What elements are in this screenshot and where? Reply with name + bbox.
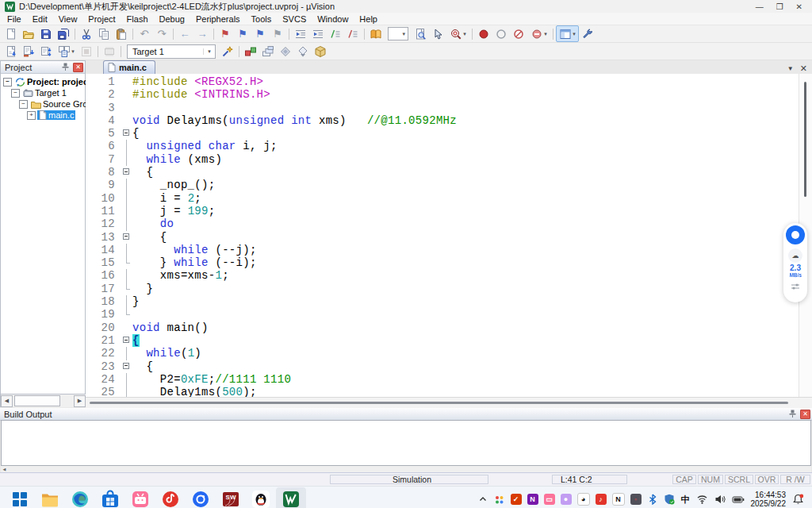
copy-button[interactable] bbox=[95, 25, 113, 42]
notification-bell-icon[interactable] bbox=[792, 494, 804, 506]
fold-collapse-icon[interactable] bbox=[122, 166, 132, 179]
close-icon[interactable]: ✕ bbox=[796, 2, 802, 11]
battery-icon[interactable] bbox=[732, 494, 745, 505]
bookmark-toggle-button[interactable]: ⚑ bbox=[216, 25, 234, 42]
save-button[interactable] bbox=[37, 25, 55, 42]
find-in-files-button[interactable] bbox=[412, 25, 429, 42]
build-button[interactable] bbox=[20, 43, 37, 60]
download-button[interactable] bbox=[101, 43, 118, 60]
build-output-scrollbar[interactable]: ◀ bbox=[1, 466, 811, 472]
build-output-console[interactable] bbox=[1, 420, 811, 466]
tree-item-source-grou[interactable]: −Source Grou bbox=[1, 98, 85, 110]
scroll-right-icon[interactable]: ▶ bbox=[74, 395, 86, 407]
configure-button[interactable] bbox=[579, 25, 596, 42]
tray-chevron-icon[interactable] bbox=[478, 495, 488, 504]
restore-icon[interactable]: ❐ bbox=[776, 2, 783, 11]
widget-settings-icon[interactable] bbox=[791, 283, 800, 291]
tray-qq-tray-icon[interactable]: ◕ bbox=[577, 493, 590, 506]
menu-edit[interactable]: Edit bbox=[27, 14, 53, 24]
tab-close-icon[interactable]: ✕ bbox=[800, 64, 807, 74]
taskbar-bilibili[interactable] bbox=[125, 487, 155, 508]
tray-bilibili-tray-icon[interactable]: ▭ bbox=[544, 494, 555, 505]
uncomment-button[interactable] bbox=[344, 25, 362, 42]
stack-button[interactable] bbox=[259, 43, 277, 60]
components-button[interactable] bbox=[242, 43, 259, 60]
find-combo[interactable]: ▾ bbox=[388, 27, 408, 40]
collapse-icon[interactable]: − bbox=[19, 100, 28, 109]
tree-item-target-1[interactable]: −Target 1 bbox=[1, 87, 85, 98]
tab-main-c[interactable]: main.c bbox=[103, 60, 155, 74]
rebuild-button[interactable] bbox=[37, 43, 55, 60]
menu-tools[interactable]: Tools bbox=[246, 14, 278, 24]
package-button[interactable] bbox=[312, 43, 329, 60]
tray-widgets-icon[interactable] bbox=[494, 494, 505, 505]
tree-item-body[interactable]: Source Grou bbox=[29, 99, 94, 110]
menu-help[interactable]: Help bbox=[354, 14, 383, 24]
diamond-button[interactable] bbox=[277, 43, 294, 60]
wifi-icon[interactable] bbox=[696, 494, 708, 505]
menu-peripherals[interactable]: Peripherals bbox=[190, 14, 246, 24]
tray-onenote-icon[interactable]: N bbox=[527, 494, 538, 505]
open-file-button[interactable] bbox=[20, 25, 37, 42]
scroll-left-icon[interactable]: ◀ bbox=[1, 467, 8, 472]
taskbar-netease-music[interactable] bbox=[155, 487, 186, 508]
scroll-thumb[interactable] bbox=[14, 395, 60, 406]
nav-forward-button[interactable]: → bbox=[193, 25, 211, 42]
menu-debug[interactable]: Debug bbox=[154, 14, 190, 24]
breakpoint-disable-all-button[interactable]: ▾ bbox=[527, 25, 550, 42]
taskbar-clock[interactable]: 16:44:53 2025/9/22 bbox=[751, 491, 787, 508]
code-editor[interactable]: 1#include <REGX52.H>2#include <INTRINS.H… bbox=[86, 74, 799, 397]
batch-build-button[interactable]: ▾ bbox=[55, 43, 78, 60]
scroll-left-icon[interactable]: ◀ bbox=[1, 395, 13, 407]
menu-view[interactable]: View bbox=[53, 14, 83, 24]
editor-horizontal-scrollbar[interactable] bbox=[86, 397, 812, 409]
taskbar-quark-browser[interactable] bbox=[186, 487, 216, 508]
comment-button[interactable] bbox=[327, 25, 344, 42]
unindent-button[interactable] bbox=[292, 25, 309, 42]
tree-item-body[interactable]: Project: project bbox=[13, 77, 93, 87]
taskbar-start[interactable] bbox=[5, 487, 35, 508]
tray-security-check-icon[interactable]: ✓ bbox=[511, 494, 522, 505]
bookmark-clear-button[interactable]: ⚑ bbox=[269, 25, 286, 42]
download-speed-widget[interactable]: ☁ 2.3 MB/s bbox=[783, 223, 807, 302]
stop-build-button[interactable] bbox=[78, 43, 95, 60]
selected-item[interactable]: main.c bbox=[37, 110, 75, 120]
pin-icon[interactable] bbox=[789, 410, 799, 418]
tree-item-main-c[interactable]: +main.c bbox=[1, 110, 85, 121]
tray-netease-tray-icon[interactable]: ♪ bbox=[596, 494, 607, 505]
menu-window[interactable]: Window bbox=[312, 14, 354, 24]
fold-collapse-icon[interactable] bbox=[122, 334, 132, 347]
redo-button[interactable]: ↷ bbox=[153, 25, 170, 42]
bookmark-next-button[interactable]: ⚑ bbox=[251, 25, 269, 42]
tray-notion-icon[interactable]: N bbox=[612, 493, 625, 506]
tree-item-project-project[interactable]: −Project: project bbox=[1, 76, 85, 87]
paste-button[interactable] bbox=[113, 25, 130, 42]
diamond-down-button[interactable] bbox=[294, 43, 312, 60]
taskbar-microsoft-store[interactable] bbox=[95, 487, 125, 508]
menu-flash[interactable]: Flash bbox=[121, 14, 154, 24]
window-layout-button[interactable]: ▾ bbox=[556, 25, 579, 42]
nav-back-button[interactable]: ← bbox=[176, 25, 193, 42]
cut-button[interactable] bbox=[78, 25, 95, 42]
tab-list-dropdown-icon[interactable]: ▼ bbox=[787, 65, 794, 72]
volume-icon[interactable] bbox=[714, 494, 726, 505]
collapse-icon[interactable]: − bbox=[11, 89, 20, 98]
new-file-button[interactable] bbox=[2, 25, 20, 42]
cloud-speed-icon[interactable]: ☁ bbox=[788, 248, 802, 263]
project-horizontal-scrollbar[interactable]: ◀ ▶ bbox=[0, 394, 86, 407]
collapse-icon[interactable]: − bbox=[3, 78, 12, 87]
books-button[interactable] bbox=[367, 25, 385, 42]
breakpoint-insert-button[interactable] bbox=[475, 25, 492, 42]
taskbar-edge[interactable] bbox=[65, 487, 95, 508]
breakpoint-enable-button[interactable] bbox=[492, 25, 510, 42]
taskbar-file-explorer[interactable] bbox=[35, 487, 65, 508]
incremental-find-button[interactable] bbox=[429, 25, 446, 42]
save-all-button[interactable] bbox=[55, 25, 72, 42]
search-button[interactable]: ▾ bbox=[446, 25, 469, 42]
tray-cat-app-icon[interactable]: ● bbox=[561, 494, 572, 505]
ime-indicator[interactable]: 中 bbox=[681, 494, 690, 506]
fold-collapse-icon[interactable] bbox=[122, 127, 132, 140]
pin-icon[interactable] bbox=[62, 63, 71, 71]
tray-capture-app-icon[interactable]: ◦ bbox=[630, 494, 642, 505]
tray-defender-icon[interactable] bbox=[664, 494, 675, 505]
